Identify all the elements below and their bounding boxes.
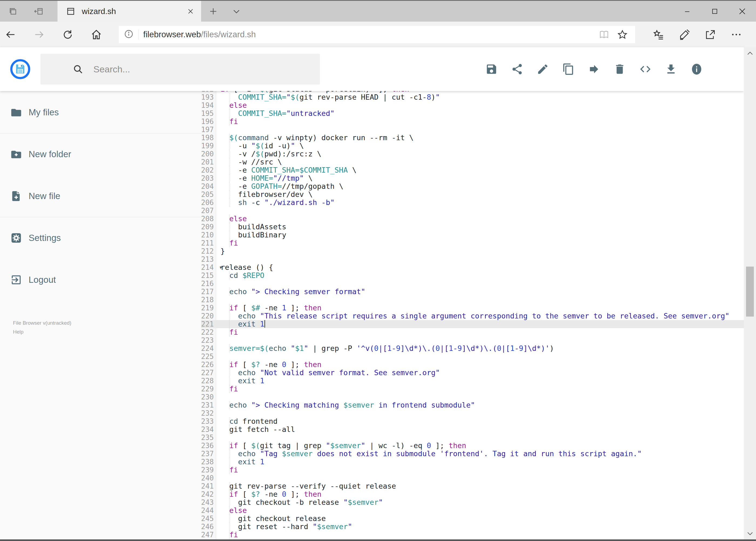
home-icon[interactable] — [90, 28, 103, 41]
code-line-198[interactable]: 198 $(command -v winpty) docker run --rm… — [201, 134, 756, 142]
code-line-204[interactable]: 204 -e GOPATH=//tmp/gopath \ — [201, 182, 756, 191]
delete-button[interactable] — [614, 63, 626, 75]
code-line-208[interactable]: 208 else — [201, 215, 756, 223]
code-line-246[interactable]: 246 git reset --hard "$semver" — [201, 523, 756, 531]
sidebar-item-logout[interactable]: Logout — [0, 259, 201, 300]
code-line-205[interactable]: 205 filebrowser/dev \ — [201, 191, 756, 199]
code-line-245[interactable]: 245 git checkout release — [201, 515, 756, 523]
scrollbar-thumb[interactable] — [746, 267, 754, 316]
close-window-icon[interactable] — [728, 1, 756, 22]
code-editor[interactable]: 192if [ -z "$(git status --porcelain)" ]… — [201, 91, 756, 539]
copy-button[interactable] — [562, 63, 575, 75]
minimize-icon[interactable] — [673, 1, 701, 22]
code-line-194[interactable]: 194 else — [201, 101, 756, 109]
info-circle-icon[interactable] — [124, 29, 134, 40]
code-line-237[interactable]: 237 echo "Tag $semver does not exist in … — [201, 450, 756, 458]
indent-guide — [229, 150, 229, 158]
code-line-200[interactable]: 200 -v /$(pwd):/src:z \ — [201, 150, 756, 158]
move-button[interactable] — [588, 63, 600, 75]
code-line-243[interactable]: 243 git checkout -b release "$semver" — [201, 498, 756, 506]
code-line-199[interactable]: 199 -u "$(id -u)" \ — [201, 142, 756, 150]
code-line-233[interactable]: 233 cd frontend — [201, 417, 756, 425]
indent-guide — [229, 287, 229, 296]
code-line-197[interactable]: 197 — [201, 126, 756, 134]
sidebar-item-settings[interactable]: Settings — [0, 217, 201, 259]
code-line-228[interactable]: 228 exit 1 — [201, 377, 756, 385]
code-line-216[interactable]: 216 — [201, 279, 756, 287]
code-line-226[interactable]: 226 if [ $? -ne 0 ]; then — [201, 360, 756, 369]
code-line-229[interactable]: 229 fi — [201, 385, 756, 393]
refresh-icon[interactable] — [62, 28, 74, 41]
code-line-222[interactable]: 222 fi — [201, 328, 756, 336]
edit-button[interactable] — [537, 63, 549, 75]
code-line-196[interactable]: 196 fi — [201, 118, 756, 126]
save-button[interactable] — [485, 63, 498, 75]
code-line-239[interactable]: 239 fi — [201, 466, 756, 474]
code-line-209[interactable]: 209 buildAssets — [201, 223, 756, 231]
code-line-207[interactable]: 207 — [201, 207, 756, 215]
code-line-232[interactable]: 232 — [201, 409, 756, 417]
code-line-212[interactable]: 212} — [201, 247, 756, 255]
code-line-240[interactable]: 240 — [201, 474, 756, 482]
code-line-214[interactable]: 214▾release () { — [201, 264, 756, 271]
code-line-230[interactable]: 230 — [201, 393, 756, 401]
browser-tab[interactable]: wizard.sh — [58, 1, 201, 22]
download-button[interactable] — [665, 63, 677, 75]
code-line-193[interactable]: 193 COMMIT_SHA="$(git rev-parse HEAD | c… — [201, 93, 756, 101]
code-line-231[interactable]: 231 echo "> Checking matching $semver in… — [201, 401, 756, 409]
code-line-217[interactable]: 217 echo "> Checking semver format" — [201, 287, 756, 296]
code-line-210[interactable]: 210 buildBinary — [201, 231, 756, 239]
code-line-220[interactable]: 220 echo "This release script requires a… — [201, 312, 756, 320]
code-line-218[interactable]: 218 — [201, 296, 756, 304]
sidebar-item-new-folder[interactable]: New folder — [0, 133, 201, 175]
maximize-icon[interactable] — [701, 1, 728, 22]
code-line-224[interactable]: 224 semver=$(echo "$1" | grep -P '^v(0|[… — [201, 344, 756, 352]
tab-preview-icon[interactable] — [0, 1, 26, 22]
scroll-down-icon[interactable] — [744, 527, 756, 539]
code-line-206[interactable]: 206 sh -c "./wizard.sh -b" — [201, 199, 756, 207]
sidebar-item-my-files[interactable]: My files — [0, 91, 201, 133]
code-line-215[interactable]: 215 cd $REPO — [201, 271, 756, 279]
code-line-235[interactable]: 235 — [201, 433, 756, 442]
code-line-238[interactable]: 238 exit 1 — [201, 458, 756, 466]
code-line-219[interactable]: 219 if [ $# -ne 1 ]; then — [201, 304, 756, 312]
share-page-icon[interactable] — [704, 28, 717, 41]
code-line-202[interactable]: 202 -e COMMIT_SHA=$COMMIT_SHA \ — [201, 166, 756, 174]
code-view-button[interactable] — [639, 63, 651, 75]
close-icon[interactable] — [187, 8, 194, 15]
code-line-236[interactable]: 236 if [ $(git tag | grep "$semver" | wc… — [201, 442, 756, 450]
filebrowser-logo-icon[interactable] — [10, 59, 30, 79]
star-icon[interactable] — [617, 29, 628, 40]
code-line-195[interactable]: 195 COMMIT_SHA="untracked" — [201, 109, 756, 118]
code-line-242[interactable]: 242 if [ $? -ne 0 ]; then — [201, 490, 756, 498]
code-line-213[interactable]: 213 — [201, 255, 756, 264]
help-link[interactable]: Help — [13, 327, 201, 336]
code-line-244[interactable]: 244 else — [201, 506, 756, 515]
code-line-241[interactable]: 241 git rev-parse --verify --quiet relea… — [201, 482, 756, 490]
code-line-211[interactable]: 211 fi — [201, 239, 756, 247]
scroll-up-icon[interactable] — [744, 47, 756, 59]
more-options-icon[interactable] — [730, 28, 742, 41]
sidebar-item-new-file[interactable]: New file — [0, 175, 201, 217]
code-line-227[interactable]: 227 echo "Not valid semver format. See s… — [201, 369, 756, 377]
code-line-201[interactable]: 201 -w //src \ — [201, 158, 756, 166]
share-button[interactable] — [511, 63, 523, 75]
back-icon[interactable] — [4, 28, 17, 41]
info-button[interactable] — [690, 63, 703, 75]
forward-icon[interactable] — [33, 28, 45, 41]
search-input[interactable]: Search... — [41, 54, 320, 85]
web-note-icon[interactable] — [678, 28, 691, 41]
vertical-scrollbar[interactable] — [744, 47, 756, 539]
code-line-221[interactable]: 221 exit 1 — [201, 320, 756, 328]
line-number: 203 — [201, 174, 217, 182]
tabs-aside-icon[interactable] — [26, 1, 51, 22]
address-bar[interactable]: filebrowser.web/files/wizard.sh — [119, 26, 635, 43]
code-line-225[interactable]: 225 — [201, 352, 756, 360]
code-line-203[interactable]: 203 -e HOME="//tmp" \ — [201, 174, 756, 182]
code-line-234[interactable]: 234 git fetch --all — [201, 425, 756, 433]
code-line-247[interactable]: 247 fi — [201, 531, 756, 539]
hub-icon[interactable] — [652, 28, 665, 41]
tab-list-chevron-icon[interactable] — [226, 1, 246, 22]
code-line-223[interactable]: 223 — [201, 336, 756, 344]
new-tab-icon[interactable] — [203, 1, 223, 22]
